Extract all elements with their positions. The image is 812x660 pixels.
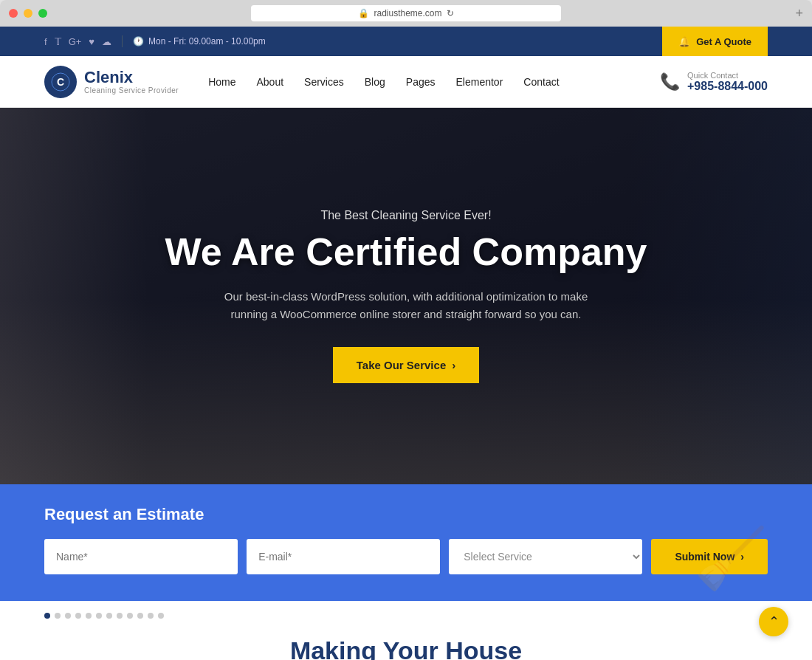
bell-icon: 🔔 xyxy=(678,36,690,47)
top-bar: f 𝕋 G+ ♥ ☁ 🕐 Mon - Fri: 09.00am - 10.00p… xyxy=(0,27,812,56)
new-tab-button[interactable]: + xyxy=(795,6,803,21)
dot-3[interactable] xyxy=(65,613,71,619)
name-input[interactable] xyxy=(44,539,238,574)
nav-item-contact[interactable]: Contact xyxy=(523,76,559,88)
scroll-to-top-button[interactable]: ⌃ xyxy=(759,607,788,636)
making-section: Making Your House xyxy=(0,619,812,660)
title-bar: 🔒 radiustheme.com ↻ + xyxy=(0,0,812,27)
hours-text: Mon - Fri: 09.00am - 10.00pm xyxy=(148,36,266,47)
dot-7[interactable] xyxy=(106,613,112,619)
making-title: Making Your House xyxy=(44,636,768,660)
nav-item-pages[interactable]: Pages xyxy=(406,76,436,88)
quick-contact: 📞 Quick Contact +985-8844-000 xyxy=(660,71,768,93)
nav-item-about[interactable]: About xyxy=(256,76,283,88)
hero-cta-button[interactable]: Take Our Service › xyxy=(333,347,479,383)
dot-9[interactable] xyxy=(127,613,133,619)
logo-svg: C xyxy=(51,72,70,92)
close-button[interactable] xyxy=(9,9,18,18)
window-chrome: 🔒 radiustheme.com ↻ + f 𝕋 G+ ♥ ☁ 🕐 Mon -… xyxy=(0,0,812,660)
logo-name: Clenix xyxy=(84,69,179,86)
url-text: radiustheme.com xyxy=(374,8,441,18)
phone-number[interactable]: +985-8844-000 xyxy=(687,80,768,93)
service-select[interactable]: Slelect Service House Cleaning Office Cl… xyxy=(449,539,642,574)
logo-text-block: Clenix Cleaning Service Provider xyxy=(84,69,179,94)
minimize-button[interactable] xyxy=(24,9,32,18)
cta-label: Take Our Service xyxy=(357,359,446,371)
phone-icon: 📞 xyxy=(660,72,680,92)
main-nav: Home About Services Blog Pages Elementor… xyxy=(208,76,660,88)
quote-label: Get A Quote xyxy=(696,36,751,47)
twitter-icon[interactable]: 𝕋 xyxy=(55,36,61,47)
logo-sub: Cleaning Service Provider xyxy=(84,86,179,94)
divider xyxy=(122,35,123,47)
pinterest-icon[interactable]: ♥ xyxy=(89,36,94,47)
header: C Clenix Cleaning Service Provider Home … xyxy=(0,56,812,108)
dot-8[interactable] xyxy=(117,613,123,619)
watermark-icon: 🧹 xyxy=(694,524,768,594)
address-bar[interactable]: 🔒 radiustheme.com ↻ xyxy=(251,5,561,21)
facebook-icon[interactable]: f xyxy=(44,36,47,47)
dot-11[interactable] xyxy=(148,613,154,619)
dot-1[interactable] xyxy=(44,613,50,619)
hero-description: Our best-in-class WordPress solution, wi… xyxy=(214,288,598,323)
nav-item-services[interactable]: Services xyxy=(304,76,344,88)
hero-subtitle: The Best Cleaning Service Ever! xyxy=(320,209,491,222)
quick-contact-label: Quick Contact xyxy=(687,71,768,80)
get-quote-button[interactable]: 🔔 Get A Quote xyxy=(662,27,768,56)
refresh-icon[interactable]: ↻ xyxy=(447,8,454,18)
estimate-title: Request an Estimate xyxy=(44,505,768,524)
hero-title: We Are Certified Company xyxy=(165,231,647,273)
nav-item-home[interactable]: Home xyxy=(208,76,235,88)
nav-item-elementor[interactable]: Elementor xyxy=(456,76,503,88)
hero-dots-pagination xyxy=(0,601,812,619)
email-input[interactable] xyxy=(247,539,440,574)
bottom-area: Making Your House xyxy=(0,601,812,660)
estimate-section: Request an Estimate Slelect Service Hous… xyxy=(0,484,812,601)
logo-icon: C xyxy=(44,66,77,98)
clock-icon: 🕐 xyxy=(133,36,144,47)
hero-content: The Best Cleaning Service Ever! We Are C… xyxy=(0,108,812,484)
dot-12[interactable] xyxy=(158,613,164,619)
lock-icon: 🔒 xyxy=(358,8,369,18)
business-hours: 🕐 Mon - Fri: 09.00am - 10.00pm xyxy=(133,36,266,47)
svg-text:C: C xyxy=(57,76,64,88)
hero-section: The Best Cleaning Service Ever! We Are C… xyxy=(0,108,812,484)
social-links: f 𝕋 G+ ♥ ☁ xyxy=(44,36,111,47)
google-plus-icon[interactable]: G+ xyxy=(69,36,82,47)
maximize-button[interactable] xyxy=(38,9,47,18)
cta-arrow: › xyxy=(452,359,455,371)
dot-4[interactable] xyxy=(75,613,81,619)
dot-6[interactable] xyxy=(96,613,102,619)
logo[interactable]: C Clenix Cleaning Service Provider xyxy=(44,66,179,98)
dot-5[interactable] xyxy=(86,613,92,619)
nav-item-blog[interactable]: Blog xyxy=(365,76,385,88)
dot-2[interactable] xyxy=(55,613,61,619)
scroll-top-icon: ⌃ xyxy=(768,613,780,630)
dot-10[interactable] xyxy=(137,613,143,619)
estimate-form: Slelect Service House Cleaning Office Cl… xyxy=(44,539,768,574)
contact-details: Quick Contact +985-8844-000 xyxy=(687,71,768,93)
snapchat-icon[interactable]: ☁ xyxy=(102,36,111,47)
